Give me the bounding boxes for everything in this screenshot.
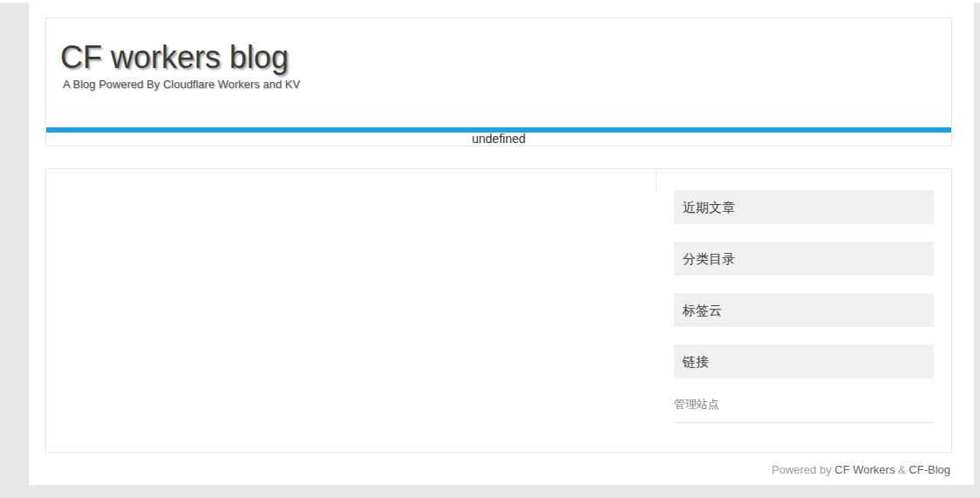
footer-ampersand: &: [898, 463, 906, 476]
nav-undefined-text: undefined: [472, 132, 526, 146]
sidebar-widget-tag-cloud: 标签云: [674, 293, 934, 327]
admin-site-link[interactable]: 管理站点: [674, 398, 719, 411]
site-description: A Blog Powered By Cloudflare Workers and…: [63, 78, 951, 90]
page: CF workers blog A Blog Powered By Cloudf…: [29, 0, 974, 485]
sidebar-widget-recent-posts: 近期文章: [674, 190, 934, 224]
main-content-area: [46, 169, 657, 192]
footer-cf-workers-link[interactable]: CF Workers: [834, 463, 895, 476]
content-container: 近期文章 分类目录 标签云 链接 管理站点: [45, 168, 952, 453]
site-title-link[interactable]: CF workers blog: [60, 42, 289, 73]
site-footer: Powered by CF Workers & CF-Blog: [45, 463, 952, 477]
site-header: CF workers blog A Blog Powered By Cloudf…: [45, 17, 952, 147]
page-container: CF workers blog A Blog Powered By Cloudf…: [45, 17, 952, 477]
nav-bar: undefined: [46, 127, 951, 146]
sidebar: 近期文章 分类目录 标签云 链接 管理站点: [657, 169, 951, 423]
sidebar-widget-categories: 分类目录: [674, 242, 934, 276]
sidebar-widget-links: 链接: [674, 345, 934, 379]
sidebar-divider: [674, 422, 934, 423]
footer-cf-blog-link[interactable]: CF-Blog: [909, 463, 950, 476]
footer-powered-by-text: Powered by: [772, 463, 832, 476]
